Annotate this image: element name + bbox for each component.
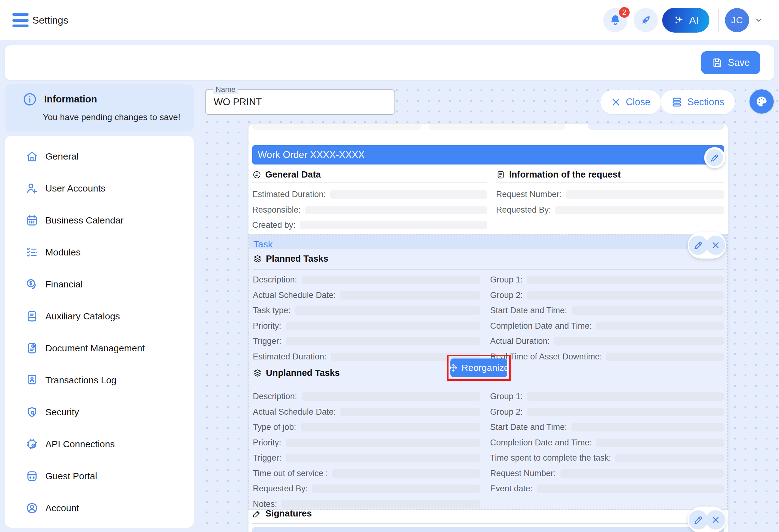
layers-icon [253,254,262,264]
save-button-label: Save [728,57,750,68]
field-row: Actual Schedule Date: [253,288,480,303]
sidebar-item-user-accounts[interactable]: User Accounts [5,172,194,204]
whats-new-button[interactable] [634,8,658,32]
field-placeholder-bar [301,423,480,431]
close-button[interactable]: Close [600,90,661,114]
info-icon [22,92,37,107]
sidebar-item-business-calendar[interactable]: Business Calendar [5,204,194,236]
pencil-icon [693,515,703,525]
field-row: Responsible: [252,202,487,218]
sidebar-item-transactions-log[interactable]: Transactions Log [5,364,194,396]
ai-button-label: AI [689,15,699,26]
portal-code-icon [25,470,39,483]
field-placeholder-bar [537,484,724,493]
work-order-title: Work Order XXXX-XXXX [252,149,365,160]
home-icon [25,150,39,163]
field-row: Time out of service : [253,466,480,481]
action-bar: Save [5,45,774,80]
planned-tasks-right-fields: Group 1: Group 2: Start Date and Time: C… [490,272,724,364]
ai-assistant-button[interactable]: AI [662,8,709,32]
general-data-fields: Estimated Duration: Responsible: Created… [252,187,487,233]
sidebar-item-modules[interactable]: Modules [5,236,194,268]
reorganize-button-label: Reorganize [462,362,509,373]
field-row: Group 1: [490,389,724,404]
field-placeholder-bar [340,408,480,416]
sidebar-item-document-management[interactable]: Document Management [5,332,194,364]
field-placeholder-bar [566,190,724,199]
sections-button[interactable]: Sections [661,90,735,114]
task-section-title: Task [249,239,273,249]
sidebar-item-api-connections[interactable]: API Connections [5,428,194,460]
divider [253,388,724,388]
field-row: Trigger: [253,450,480,466]
sidebar-item-label: API Connections [45,439,115,450]
sidebar-item-auxiliary-catalogs[interactable]: Auxiliary Catalogs [5,300,194,332]
divider [252,523,724,524]
notifications-button[interactable]: 2 [603,8,627,32]
palette-icon [755,95,768,108]
field-row: Group 1: [490,272,724,288]
clipped-placeholder-block [252,124,421,130]
info-title: Information [44,94,97,105]
sidebar-item-guest-portal[interactable]: Guest Portal [5,460,194,492]
reorganize-button[interactable]: Reorganize [451,358,507,377]
print-template-preview[interactable]: Work Order XXXX-XXXX General Data Inform… [248,124,728,532]
task-section[interactable]: Task Planned Tasks Description: Actual S… [248,234,728,510]
field-placeholder-bar [300,221,487,229]
info-message: You have pending changes to save! [43,112,180,122]
field-row: Estimated Duration: [253,349,480,365]
remove-task-section-button[interactable] [706,236,725,255]
menu-icon[interactable] [12,13,28,27]
edit-header-button[interactable] [704,147,725,168]
close-button-label: Close [626,96,650,108]
avatar[interactable]: JC [725,8,749,32]
edit-signatures-button[interactable] [688,510,708,530]
save-button[interactable]: Save [701,51,760,74]
field-row: Created by: [252,217,487,233]
field-row: Start Date and Time: [490,303,724,319]
field-placeholder-bar [527,276,724,284]
sidebar-item-account[interactable]: Account [5,492,194,524]
sidebar-item-general[interactable]: General [5,140,194,172]
field-row: Task type: [253,303,480,319]
template-editor-canvas: Name Close Sections Work Order XXXX-XXXX… [199,82,779,532]
chevron-down-icon[interactable] [754,16,764,24]
floppy-disk-icon [712,57,723,68]
sidebar-item-label: Guest Portal [45,471,97,481]
work-order-header-section[interactable]: Work Order XXXX-XXXX [252,145,724,164]
sidebar-item-security[interactable]: Security [5,396,194,428]
remove-signatures-button[interactable] [706,510,725,530]
field-row: Request Number: [490,466,724,481]
sidebar-item-label: Transactions Log [45,375,116,386]
field-placeholder-bar [596,439,724,447]
edit-task-section-button[interactable] [688,236,708,255]
task-section-title-bar: Task [249,235,727,249]
field-placeholder-bar [312,484,480,493]
theme-button[interactable] [750,89,774,114]
next-section-clipped-bar [252,527,724,532]
sidebar-item-label: User Accounts [45,183,105,194]
reorganize-highlight-box: Reorganize [447,355,511,381]
sidebar-item-label: Business Calendar [45,215,124,226]
field-placeholder-bar [527,408,724,416]
field-placeholder-bar [606,352,724,361]
field-row: Start Date and Time: [490,420,724,435]
field-row: Completion Date and Time: [490,319,724,334]
rocket-icon [639,13,653,27]
sidebar-item-financial[interactable]: Financial [5,268,194,300]
notebook-icon [25,310,39,323]
sidebar-item-label: General [45,151,78,162]
field-placeholder-bar [527,291,724,300]
template-name-field[interactable]: Name [205,89,395,115]
field-placeholder-bar [555,206,724,214]
topbar-divider [718,9,719,32]
field-placeholder-bar [332,469,480,478]
request-info-fields: Request Number: Requested By: [496,187,724,217]
field-placeholder-bar [286,454,480,462]
checklist-icon [25,246,39,259]
sidebar-item-label: Financial [45,279,82,289]
document-clock-icon [25,342,39,355]
sections-button-label: Sections [687,96,724,108]
close-icon [611,97,621,107]
close-icon [711,515,720,525]
